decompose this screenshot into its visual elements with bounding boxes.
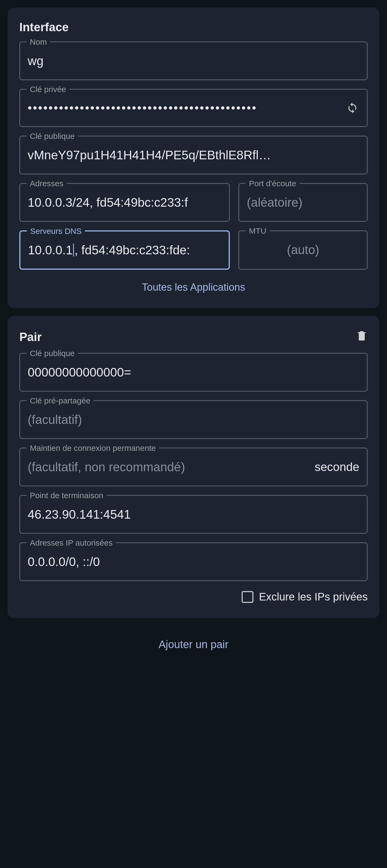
delete-peer-icon[interactable] [356, 329, 367, 345]
allowed-ips-label: Adresses IP autorisées [27, 538, 116, 548]
preshared-key-field[interactable]: Clé pré-partagée (facultatif) [20, 400, 367, 439]
private-key-label: Clé privée [27, 85, 69, 94]
public-key-field[interactable]: Clé publique vMneY97pu1H41H41H4/PE5q/EBt… [20, 136, 367, 175]
text-caret [73, 244, 74, 256]
addresses-value: 10.0.0.3/24, fd54:49bc:c233:f [28, 195, 221, 210]
keepalive-field[interactable]: Maintien de connexion permanente (facult… [20, 447, 367, 486]
addresses-label: Adresses [27, 179, 67, 188]
keepalive-unit: seconde [315, 460, 359, 474]
preshared-key-label: Clé pré-partagée [27, 396, 94, 405]
endpoint-field[interactable]: Point de terminaison 46.23.90.141:4541 [20, 495, 367, 534]
peer-title: Pair [20, 330, 42, 344]
mtu-placeholder: (auto) [247, 243, 359, 257]
private-key-masked: ••••••••••••••••••••••••••••••••••••••••… [28, 101, 339, 115]
interface-card: Interface Nom wg Clé privée ••••••••••••… [7, 7, 380, 308]
allowed-ips-field[interactable]: Adresses IP autorisées 0.0.0.0/0, ::/0 [20, 542, 367, 581]
public-key-value: vMneY97pu1H41H41H4/PE5q/EBthlE8Rfl… [28, 148, 359, 162]
listen-port-field[interactable]: Port d'écoute (aléatoire) [238, 183, 367, 222]
regenerate-key-icon[interactable] [345, 101, 359, 115]
name-label: Nom [27, 37, 50, 46]
keepalive-placeholder: (facultatif, non recommandé) [28, 460, 309, 474]
exclude-private-label: Exclure les IPs privées [259, 591, 367, 603]
peer-public-key-field[interactable]: Clé publique 00000000000000= [20, 353, 367, 392]
name-value: wg [28, 54, 359, 68]
dns-label: Serveurs DNS [27, 227, 85, 236]
addresses-field[interactable]: Adresses 10.0.0.3/24, fd54:49bc:c233:f [20, 183, 230, 222]
endpoint-value: 46.23.90.141:4541 [28, 507, 359, 522]
mtu-label: MTU [246, 226, 270, 236]
all-applications-link[interactable]: Toutes les Applications [20, 282, 367, 293]
peer-public-key-label: Clé publique [27, 349, 78, 358]
mtu-field[interactable]: MTU (auto) [238, 230, 367, 270]
add-peer-button[interactable]: Ajouter un pair [0, 625, 387, 665]
name-field[interactable]: Nom wg [20, 41, 367, 80]
interface-title: Interface [20, 21, 367, 34]
public-key-label: Clé publique [27, 132, 78, 141]
dns-field[interactable]: Serveurs DNS 10.0.0.1, fd54:49bc:c233:fd… [20, 230, 230, 270]
peer-card: Pair Clé publique 00000000000000= Clé pr… [7, 316, 380, 618]
dns-value: 10.0.0.1, fd54:49bc:c233:fde: [28, 243, 221, 257]
keepalive-label: Maintien de connexion permanente [27, 443, 159, 453]
exclude-private-checkbox[interactable] [242, 591, 253, 603]
listen-port-placeholder: (aléatoire) [247, 195, 359, 210]
allowed-ips-value: 0.0.0.0/0, ::/0 [28, 554, 359, 569]
listen-port-label: Port d'écoute [246, 179, 300, 188]
preshared-key-placeholder: (facultatif) [28, 412, 359, 427]
private-key-field[interactable]: Clé privée •••••••••••••••••••••••••••••… [20, 89, 367, 127]
endpoint-label: Point de terminaison [27, 491, 107, 500]
peer-public-key-value: 00000000000000= [28, 365, 359, 379]
